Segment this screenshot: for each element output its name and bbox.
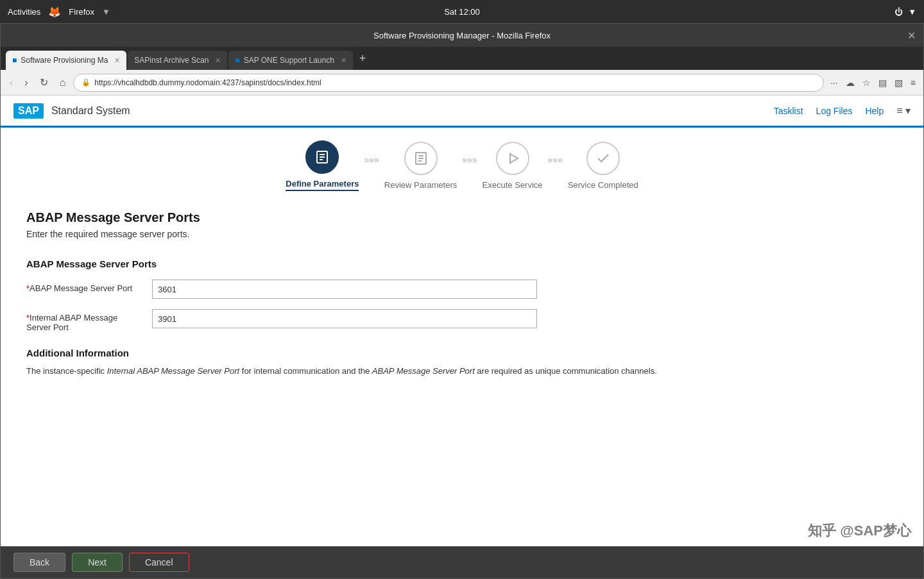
sap-content: ABAP Message Server Ports Enter the requ… bbox=[1, 191, 923, 546]
tab-sap-icon-1: ■ bbox=[12, 56, 17, 65]
step-circle-2 bbox=[404, 142, 438, 175]
sap-footer: Back Next Cancel bbox=[1, 546, 923, 578]
back-button[interactable]: ‹ bbox=[6, 74, 17, 91]
menu-button[interactable]: ≡ bbox=[908, 75, 918, 90]
firefox-label[interactable]: Firefox bbox=[69, 7, 94, 17]
power-icon[interactable]: ⏻ bbox=[894, 7, 903, 17]
tab-sapinst-archive[interactable]: SAPinst Archive Scan ✕ bbox=[128, 51, 227, 70]
os-time: Sat 12:00 bbox=[444, 7, 480, 17]
form-group-2: *Internal ABAP Message Server Port bbox=[26, 309, 898, 332]
step-circle-4 bbox=[586, 142, 620, 175]
step-arrow-2: »»» bbox=[457, 155, 482, 165]
info-text-before: The instance-specific bbox=[26, 366, 107, 376]
step-execute-service[interactable]: Execute Service bbox=[483, 142, 543, 190]
abap-message-server-port-input[interactable] bbox=[152, 280, 537, 299]
firefox-icon: 🦊 bbox=[48, 6, 61, 18]
step-arrow-1: »»» bbox=[359, 155, 384, 165]
back-footer-button[interactable]: Back bbox=[13, 553, 65, 572]
info-text-mid: for internal communication and the bbox=[239, 366, 372, 376]
new-tab-button[interactable]: + bbox=[354, 52, 372, 65]
toolbar-icons: ··· ☁ ☆ ▤ ▧ ≡ bbox=[828, 75, 918, 90]
step-label-1: Define Parameters bbox=[286, 179, 359, 191]
field-label-2: *Internal ABAP Message Server Port bbox=[26, 309, 142, 332]
cancel-footer-button[interactable]: Cancel bbox=[129, 553, 189, 572]
info-italic-2: ABAP Message Server Port bbox=[372, 366, 475, 376]
tab-sap-one-support[interactable]: ■ SAP ONE Support Launch ✕ bbox=[228, 51, 352, 70]
menu-dropdown-icon[interactable]: ≡ ▾ bbox=[896, 105, 911, 117]
browser-titlebar: Software Provisioning Manager - Mozilla … bbox=[1, 24, 923, 47]
os-dropdown-icon[interactable]: ▼ bbox=[908, 7, 916, 17]
os-bar-right: ⏻ ▼ bbox=[894, 7, 916, 17]
step-review-parameters[interactable]: Review Parameters bbox=[384, 142, 457, 190]
browser-tabs: ■ Software Provisioning Ma ✕ SAPinst Arc… bbox=[1, 47, 923, 70]
pocket-button[interactable]: ☁ bbox=[843, 75, 857, 90]
additional-info-text: The instance-specific Internal ABAP Mess… bbox=[26, 365, 898, 378]
browser-close-button[interactable]: ✕ bbox=[907, 29, 916, 42]
tasklist-link[interactable]: Tasklist bbox=[774, 106, 803, 116]
more-options-button[interactable]: ··· bbox=[828, 75, 841, 90]
step-circle-1 bbox=[305, 140, 339, 174]
step-label-3: Execute Service bbox=[483, 180, 543, 190]
info-text-after: are required as unique communication cha… bbox=[475, 366, 657, 376]
internal-abap-message-server-port-input[interactable] bbox=[152, 309, 537, 328]
tab-close-3[interactable]: ✕ bbox=[341, 56, 346, 65]
forward-button[interactable]: › bbox=[21, 74, 31, 91]
browser-window: Software Provisioning Manager - Mozilla … bbox=[0, 23, 924, 579]
address-bar[interactable]: 🔒 https://vhcalhdbdb.dummy.nodomain:4237… bbox=[73, 74, 824, 92]
activities-label[interactable]: Activities bbox=[8, 7, 40, 17]
additional-info-title: Additional Information bbox=[26, 348, 898, 358]
tab-label-2: SAPinst Archive Scan bbox=[134, 56, 209, 65]
help-link[interactable]: Help bbox=[865, 106, 884, 116]
step-arrow-3: »»» bbox=[543, 155, 568, 165]
browser-toolbar: ‹ › ↻ ⌂ 🔒 https://vhcalhdbdb.dummy.nodom… bbox=[1, 70, 923, 96]
form-group-1: *ABAP Message Server Port bbox=[26, 280, 898, 299]
step-label-4: Service Completed bbox=[568, 180, 638, 190]
section-title: ABAP Message Server Ports bbox=[26, 258, 898, 269]
os-bar-left: Activities 🦊 Firefox ▼ bbox=[8, 6, 110, 18]
system-name: Standard System bbox=[51, 105, 130, 117]
sap-header: SAP Standard System Tasklist Log Files H… bbox=[1, 96, 923, 128]
info-italic-1: Internal ABAP Message Server Port bbox=[107, 366, 239, 376]
sap-logo-area: SAP Standard System bbox=[13, 103, 130, 119]
reload-button[interactable]: ↻ bbox=[36, 74, 52, 91]
sidebar-button[interactable]: ▧ bbox=[892, 75, 905, 90]
tab-label-1: Software Provisioning Ma bbox=[21, 56, 108, 65]
sap-app: SAP Standard System Tasklist Log Files H… bbox=[1, 96, 923, 578]
field-label-1: *ABAP Message Server Port bbox=[26, 280, 142, 293]
page-subtitle: Enter the required message server ports. bbox=[26, 229, 898, 239]
os-bar: Activities 🦊 Firefox ▼ Sat 12:00 ⏻ ▼ bbox=[0, 0, 924, 23]
reader-view-button[interactable]: ▤ bbox=[876, 75, 889, 90]
sap-nav: Tasklist Log Files Help ≡ ▾ bbox=[774, 105, 911, 117]
tab-close-2[interactable]: ✕ bbox=[215, 56, 221, 65]
wizard-steps: Define Parameters »»» Review Parameters … bbox=[1, 128, 923, 191]
step-label-2: Review Parameters bbox=[384, 180, 457, 190]
lock-icon: 🔒 bbox=[81, 78, 90, 87]
step-define-parameters[interactable]: Define Parameters bbox=[286, 140, 359, 191]
tab-close-1[interactable]: ✕ bbox=[114, 56, 120, 65]
step-circle-3 bbox=[496, 142, 529, 175]
address-text: https://vhcalhdbdb.dummy.nodomain:4237/s… bbox=[94, 78, 816, 87]
page-title: ABAP Message Server Ports bbox=[26, 210, 898, 225]
bookmark-button[interactable]: ☆ bbox=[860, 75, 873, 90]
sap-logo: SAP bbox=[13, 103, 44, 119]
tab-label-3: SAP ONE Support Launch bbox=[244, 56, 334, 65]
tab-software-provisioning[interactable]: ■ Software Provisioning Ma ✕ bbox=[6, 51, 126, 70]
home-button[interactable]: ⌂ bbox=[56, 74, 70, 91]
tab-sap-icon-3: ■ bbox=[235, 56, 239, 65]
dropdown-arrow: ▼ bbox=[102, 7, 110, 17]
browser-title: Software Provisioning Manager - Mozilla … bbox=[373, 31, 551, 40]
next-footer-button[interactable]: Next bbox=[72, 553, 123, 572]
step-service-completed[interactable]: Service Completed bbox=[568, 142, 638, 190]
additional-info-section: Additional Information The instance-spec… bbox=[26, 348, 898, 378]
svg-marker-8 bbox=[510, 154, 518, 163]
log-files-link[interactable]: Log Files bbox=[816, 106, 853, 116]
